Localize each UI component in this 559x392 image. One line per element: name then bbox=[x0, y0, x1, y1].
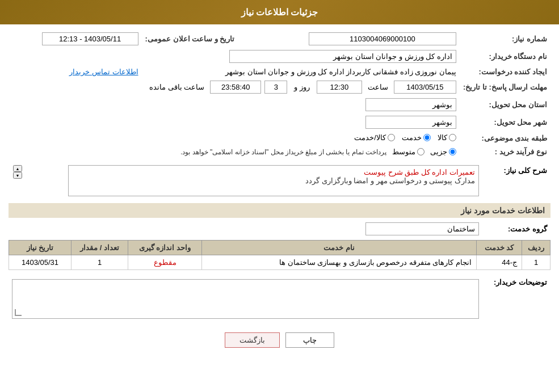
mohlat-time: 12:30 bbox=[317, 81, 362, 94]
radio-khedmat[interactable] bbox=[423, 134, 431, 141]
ostan-tahvil-label: استان محل تحویل: bbox=[460, 96, 550, 113]
page-header: جزئیات اطلاعات نیاز bbox=[0, 0, 559, 24]
services-section-header: اطلاعات خدمات مورد نیاز bbox=[9, 203, 550, 218]
nam-dastgah-label: نام دستگاه خریدار: bbox=[460, 48, 550, 65]
mohlat-date: 1403/05/15 bbox=[394, 81, 456, 94]
col-code: کد خدمت bbox=[477, 241, 522, 255]
sharh-line2: مدارک پیوستی و درخواستی مهر و امضا وبارگ… bbox=[72, 176, 476, 185]
notes-box[interactable] bbox=[12, 279, 479, 319]
cell-tedad: 1 bbox=[72, 255, 128, 270]
col-unit: واحد اندازه گیری bbox=[128, 241, 202, 255]
tarikh-aalan-value: 1403/05/11 - 12:13 bbox=[42, 32, 138, 45]
tabaqe-label: طبقه بندی موضوعی: bbox=[460, 131, 550, 145]
cell-tarikh: 1403/05/31 bbox=[9, 255, 72, 270]
shomare-niaz-value: 1103004069000100 bbox=[309, 32, 456, 45]
nam-dastgah-value: اداره کل ورزش و جوانان استان بوشهر bbox=[229, 50, 456, 63]
cell-name: انجام کارهای متفرقه درخصوص بازسازی و بهس… bbox=[202, 255, 477, 270]
print-button[interactable]: چاپ bbox=[285, 332, 334, 348]
motavasset-label: متوسط bbox=[392, 147, 415, 156]
page-title: جزئیات اطلاعات نیاز bbox=[241, 7, 318, 17]
radio-kala[interactable] bbox=[449, 134, 456, 141]
ettelaat-tamas-link[interactable]: اطلاعات تماس خریدار bbox=[69, 68, 138, 76]
scroll-up-btn[interactable]: ▲ bbox=[13, 165, 22, 172]
col-radif: ردیف bbox=[522, 241, 550, 255]
sharh-label: شرح کلی نیاز: bbox=[482, 163, 550, 199]
tabaqe-khedmat: خدمت bbox=[402, 133, 422, 142]
group-label: گروه خدمت: bbox=[482, 220, 550, 238]
nooe-farayand-label: نوع فرآیند خرید : bbox=[460, 145, 550, 158]
group-value: ساختمان bbox=[365, 222, 479, 235]
ostan-tahvil-value: بوشهر bbox=[365, 98, 456, 111]
ijad-konande-label: ایجاد کننده درخواست: bbox=[460, 65, 550, 78]
col-name: نام خدمت bbox=[202, 241, 477, 255]
table-row: 1 ج-44 انجام کارهای متفرقه درخصوص بازساز… bbox=[9, 255, 550, 270]
col-tedad: تعداد / مقدار bbox=[72, 241, 128, 255]
services-table: ردیف کد خدمت نام خدمت واحد اندازه گیری ت… bbox=[9, 240, 550, 270]
radio-motavasset[interactable] bbox=[417, 148, 424, 155]
tabaqe-kala-khedmat: کالا/خدمت bbox=[354, 133, 386, 142]
radio-jozii[interactable] bbox=[449, 148, 456, 155]
back-button[interactable]: بازگشت bbox=[225, 332, 280, 348]
col-tarikh: تاریخ نیاز bbox=[9, 241, 72, 255]
mohlat-mande-label: ساعت باقی مانده bbox=[149, 83, 204, 91]
tarikh-aalan-label: تاریخ و ساعت اعلان عمومی: bbox=[142, 30, 238, 48]
mohlat-rooz-value: 3 bbox=[264, 81, 287, 94]
scroll-down-btn[interactable]: ▼ bbox=[13, 172, 22, 179]
mohlat-time-label: ساعت bbox=[368, 83, 388, 91]
cell-radif: 1 bbox=[522, 255, 550, 270]
ijad-konande-value: پیمان نوروزی زاده فشقانی کاربرداز اداره … bbox=[225, 68, 456, 76]
notes-label: توضیحات خریدار: bbox=[482, 275, 550, 321]
shahr-tahvil-label: شهر محل تحویل: bbox=[460, 113, 550, 131]
radio-kala-khedmat[interactable] bbox=[388, 134, 395, 141]
mohlat-countdown: 23:58:40 bbox=[210, 81, 261, 94]
sharh-box: تعمیرات اداره کل طبق شرح پیوست مدارک پیو… bbox=[68, 165, 480, 196]
cell-unit: مقطوع bbox=[128, 255, 202, 270]
tabaqe-kala: کالا bbox=[438, 133, 447, 142]
mohlat-ersal-label: مهلت ارسال پاسخ: تا تاریخ: bbox=[460, 78, 550, 96]
shahr-tahvil-value: بوشهر bbox=[365, 116, 456, 129]
shomare-niaz-label: شماره نیاز: bbox=[460, 30, 550, 48]
sharh-line1: تعمیرات اداره کل طبق شرح پیوست bbox=[72, 168, 476, 176]
jozii-label: جزیی bbox=[430, 147, 447, 156]
mohlat-rooz-label: روز و bbox=[294, 83, 310, 91]
purchase-desc: پرداخت تمام یا بخشی از مبلغ خریداز محل "… bbox=[180, 148, 386, 156]
cell-code: ج-44 bbox=[477, 255, 522, 270]
